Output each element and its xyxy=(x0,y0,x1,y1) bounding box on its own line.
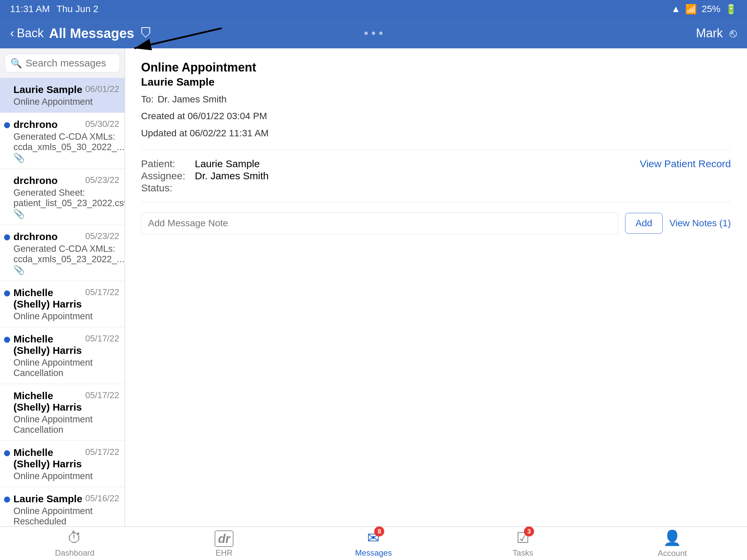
detail-from: Laurie Sample xyxy=(141,76,731,88)
back-button[interactable]: ‹ Back xyxy=(10,26,44,40)
filter-icon[interactable]: ⛉ xyxy=(140,26,153,41)
tab-messages[interactable]: ✉8 Messages xyxy=(299,529,448,558)
message-date: 05/30/22 xyxy=(85,119,119,129)
share-icon[interactable]: ⎋ xyxy=(729,26,737,40)
detail-patient-label: Patient: xyxy=(141,158,195,169)
note-row: Add View Notes (1) xyxy=(141,212,731,234)
battery: 25% xyxy=(702,4,720,15)
message-sender: drchrono xyxy=(14,175,58,186)
message-item[interactable]: drchrono 05/23/22 Generated C-CDA XMLs: … xyxy=(0,225,125,281)
view-notes-button[interactable]: View Notes (1) xyxy=(669,218,731,229)
detail-divider-1 xyxy=(141,150,731,150)
left-panel: 🔍 Laurie Sample 06/01/22 Online Appointm… xyxy=(0,48,125,527)
message-item-header: Michelle (Shelly) Harris 05/17/22 xyxy=(14,447,119,470)
detail-subject: Online Appointment xyxy=(141,60,731,75)
status-bar-left: 11:31 AM Thu Jun 2 xyxy=(10,4,98,15)
attachment-icon: 📎 xyxy=(14,265,25,275)
unread-dot xyxy=(4,290,10,296)
time: 11:31 AM xyxy=(10,4,50,15)
tab-label-tasks: Tasks xyxy=(513,548,533,558)
message-date: 05/17/22 xyxy=(85,447,119,457)
add-note-button[interactable]: Add xyxy=(625,213,663,234)
nav-title: All Messages xyxy=(49,26,134,41)
status-bar: 11:31 AM Thu Jun 2 ▲ 📶 25% 🔋 xyxy=(0,0,747,18)
message-item-header: Michelle (Shelly) Harris 05/17/22 xyxy=(14,390,119,413)
message-item-header: Michelle (Shelly) Harris 05/17/22 xyxy=(14,287,119,310)
detail-status-label: Status: xyxy=(141,182,195,194)
detail-status-row: Status: xyxy=(141,182,731,194)
detail-to-label: To: xyxy=(141,94,154,104)
tab-account[interactable]: 👤 Account xyxy=(597,529,747,558)
tab-icon-ehr: dr xyxy=(215,529,233,546)
message-date: 06/01/22 xyxy=(85,84,119,94)
nav-dot-3 xyxy=(379,31,383,35)
message-subject: Generated C-CDA XMLs: ccda_xmls_05_30_20… xyxy=(14,132,119,163)
message-item[interactable]: drchrono 05/30/22 Generated C-CDA XMLs: … xyxy=(0,113,125,169)
tab-badge-tasks: 3 xyxy=(524,527,534,536)
message-subject: Online Appointment Cancellation xyxy=(14,357,119,378)
unread-dot xyxy=(4,234,10,240)
message-sender: drchrono xyxy=(14,119,58,130)
detail-patient-row: Patient: Laurie Sample View Patient Reco… xyxy=(141,158,731,169)
tab-dashboard[interactable]: ⏱ Dashboard xyxy=(0,529,150,558)
message-item-header: drchrono 05/23/22 xyxy=(14,231,119,242)
message-subject: Generated Sheet: patient_list_05_23_2022… xyxy=(14,188,119,219)
message-item-header: Laurie Sample 06/01/22 xyxy=(14,84,119,95)
right-panel: Online Appointment Laurie Sample To: Dr.… xyxy=(125,48,747,527)
message-date: 05/23/22 xyxy=(85,175,119,185)
nav-dot-2 xyxy=(372,31,375,35)
tab-ehr[interactable]: dr EHR xyxy=(150,529,299,558)
mark-button[interactable]: Mark xyxy=(696,26,723,40)
message-item[interactable]: Laurie Sample 05/16/22 Online Appointmen… xyxy=(0,487,125,527)
unread-dot xyxy=(4,337,10,343)
battery-icon: 🔋 xyxy=(725,4,737,15)
message-item[interactable]: Michelle (Shelly) Harris 05/17/22 Online… xyxy=(0,327,125,384)
back-label: Back xyxy=(17,26,44,40)
nav-dot-1 xyxy=(364,31,368,35)
unread-dot xyxy=(4,122,10,128)
tab-icon-account: 👤 xyxy=(663,529,681,546)
message-item-header: Laurie Sample 05/16/22 xyxy=(14,493,119,505)
message-detail: Online Appointment Laurie Sample To: Dr.… xyxy=(125,48,747,246)
message-item[interactable]: Michelle (Shelly) Harris 05/17/22 Online… xyxy=(0,441,125,487)
detail-to-value: Dr. James Smith xyxy=(157,94,226,104)
unread-dot xyxy=(4,450,10,456)
search-bar: 🔍 xyxy=(0,48,125,78)
message-date: 05/17/22 xyxy=(85,287,119,297)
attachment-icon: 📎 xyxy=(14,153,25,163)
message-date: 05/16/22 xyxy=(85,493,119,504)
message-date: 05/23/22 xyxy=(85,231,119,241)
message-subject: Generated C-CDA XMLs: ccda_xmls_05_23_20… xyxy=(14,244,119,275)
message-sender: Michelle (Shelly) Harris xyxy=(14,287,85,310)
nav-left: ‹ Back All Messages ⛉ xyxy=(10,26,153,41)
tab-tasks[interactable]: ☑3 Tasks xyxy=(448,529,597,558)
tab-icon-messages: ✉8 xyxy=(367,529,380,546)
message-item[interactable]: Michelle (Shelly) Harris 05/17/22 Online… xyxy=(0,384,125,441)
message-sender: drchrono xyxy=(14,231,58,242)
tab-label-dashboard: Dashboard xyxy=(55,548,94,558)
detail-patient-value: Laurie Sample xyxy=(195,158,260,169)
tab-label-ehr: EHR xyxy=(216,548,233,558)
note-input[interactable] xyxy=(141,212,618,234)
nav-right: Mark ⎋ xyxy=(696,26,737,40)
message-sender: Michelle (Shelly) Harris xyxy=(14,334,85,356)
message-item-header: Michelle (Shelly) Harris 05/17/22 xyxy=(14,334,119,356)
nav-bar: ‹ Back All Messages ⛉ Mark ⎋ xyxy=(0,18,747,48)
message-sender: Laurie Sample xyxy=(14,84,82,95)
message-item[interactable]: Laurie Sample 06/01/22 Online Appointmen… xyxy=(0,78,125,113)
message-item[interactable]: Michelle (Shelly) Harris 05/17/22 Online… xyxy=(0,281,125,327)
tab-icon-dashboard: ⏱ xyxy=(67,529,82,546)
search-input-wrap[interactable]: 🔍 xyxy=(5,54,120,73)
search-input[interactable] xyxy=(26,57,114,69)
message-subject: Online Appointment xyxy=(14,471,119,481)
view-patient-record-button[interactable]: View Patient Record xyxy=(640,158,731,169)
tab-label-messages: Messages xyxy=(355,548,392,558)
message-subject: Online Appointment Cancellation xyxy=(14,414,119,435)
detail-assignee-row: Assignee: Dr. James Smith xyxy=(141,170,731,182)
detail-meta: To: Dr. James Smith Created at 06/01/22 … xyxy=(141,91,731,142)
nav-dots xyxy=(364,31,383,35)
message-subject: Online Appointment xyxy=(14,311,119,322)
message-item[interactable]: drchrono 05/23/22 Generated Sheet: patie… xyxy=(0,169,125,225)
unread-dot xyxy=(4,497,10,503)
attachment-icon: 📎 xyxy=(14,209,25,219)
